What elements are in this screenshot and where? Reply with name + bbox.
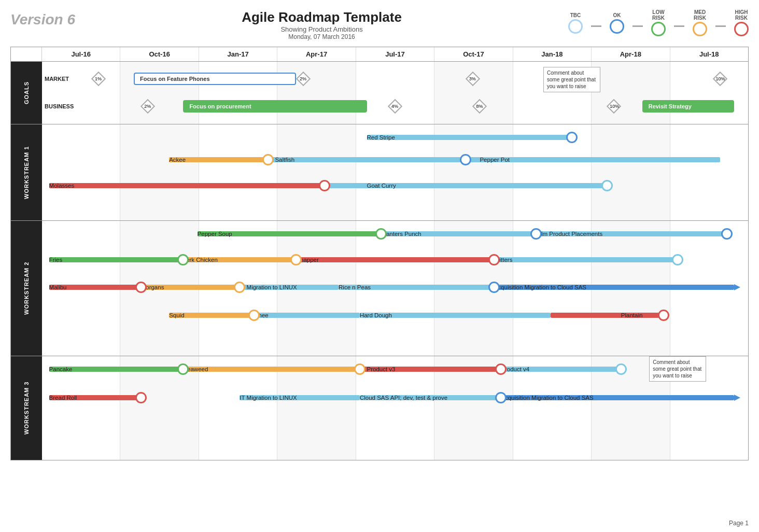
ws3-label: WORKSTREAM 3 xyxy=(11,356,42,460)
ms-jerk xyxy=(290,254,302,265)
ms-prodv3 xyxy=(495,363,507,375)
label-plantain: Plantain xyxy=(621,312,643,318)
ws2-row2: Fries Jerk Chicken Snapper Fritters xyxy=(42,249,748,270)
label-itlinux2: IT Migration to LINUX xyxy=(240,284,297,290)
col-jan17: Jan-17 xyxy=(199,47,277,61)
comment-box-market: Comment about some great point that you … xyxy=(543,67,600,92)
bar-snapper xyxy=(296,257,494,262)
goals-content: MARKET 1% Focus on Feature Phones 2% 3% … xyxy=(42,62,748,124)
ws2-label: WORKSTREAM 2 xyxy=(11,221,42,356)
label-pancake: Pancake xyxy=(49,366,73,372)
arrow-acquis2 xyxy=(734,284,740,290)
ms-cloudsas xyxy=(495,392,507,403)
ms-morgans xyxy=(234,282,245,293)
ws1-content: Red Stripe Ackee Saltfish Pepper Pot xyxy=(42,124,748,220)
label-breadroll: Bread Roll xyxy=(49,395,77,401)
ms-film xyxy=(721,228,733,240)
goal-bar-procurement: Focus on procurement xyxy=(183,100,367,113)
legend-high: HIGHRISK xyxy=(734,9,749,36)
bar-saltfish xyxy=(268,157,466,162)
ms-plantain xyxy=(658,310,669,321)
subtitle: Showing Product Ambitions xyxy=(75,25,568,33)
timeline-container: Jul-16 Oct-16 Jan-17 Apr-17 Jul-17 Oct-1… xyxy=(10,47,749,460)
goals-market-row: MARKET 1% Focus on Feature Phones 2% 3% … xyxy=(42,69,748,88)
title-area: Agile Roadmap Template Showing Product A… xyxy=(75,9,568,40)
ws2-section-row: WORKSTREAM 2 Pepper Soup xyxy=(11,221,748,356)
ws1-molasses-row: Molasses Goat Curry xyxy=(42,175,748,196)
col-apr18: Apr-18 xyxy=(592,47,670,61)
label-acquis2: Acquisition Migration to Cloud SAS xyxy=(494,284,586,290)
header: Version 6 Agile Roadmap Template Showing… xyxy=(10,5,749,43)
ms-fritters xyxy=(672,254,683,265)
label-peperpot: Pepper Pot xyxy=(480,157,510,163)
ms-peppersoup xyxy=(375,228,387,240)
ms-planters xyxy=(530,228,542,240)
legend-ok: OK xyxy=(610,12,624,34)
label-malibu: Malibu xyxy=(49,284,67,290)
ms-snapper xyxy=(488,254,500,265)
label-film: Film Product Placements xyxy=(536,231,602,237)
goals-section-row: GOALS MARKET xyxy=(11,62,748,124)
col-oct16: Oct-16 xyxy=(120,47,199,61)
ms-redstripe xyxy=(566,132,578,143)
ms-breadroll xyxy=(135,392,147,403)
label-ackee: Ackee xyxy=(169,157,186,163)
legend-low: LOWRISK xyxy=(651,9,666,36)
ws3-row1: Pancake Seaweed Product v3 Product v4 Co… xyxy=(42,359,748,380)
page-number: Page 1 xyxy=(729,520,749,527)
ws2-content: Pepper Soup Planters Punch Film Product … xyxy=(42,221,748,356)
label-acquis3: Acquisition Migration to Cloud SAS xyxy=(501,395,593,401)
bar-redstripe xyxy=(367,135,572,140)
bar-fritters xyxy=(494,257,678,262)
label-redstripe: Red Stripe xyxy=(367,134,395,141)
label-planters: Planters Punch xyxy=(381,231,421,237)
col-jul17: Jul-17 xyxy=(356,47,434,61)
label-prodv3: Product v3 xyxy=(367,366,396,372)
label-cloudsas: Cloud SAS API; dev, test & prove xyxy=(360,395,447,401)
goals-business-row: BUSINESS 2% Focus on procurement 4% 8% 1… xyxy=(42,97,748,116)
ws2-row4: Squid Ghee Hard Dough Plantain xyxy=(42,305,748,326)
ms-ricenpeas xyxy=(488,282,500,293)
ws1-redstripe-row: Red Stripe xyxy=(42,127,748,148)
col-jul18: Jul-18 xyxy=(670,47,748,61)
label-fries: Fries xyxy=(49,257,63,263)
bar-plantain xyxy=(551,313,664,318)
label-itlinux3: IT Migration to LINUX xyxy=(240,395,297,401)
label-squid: Squid xyxy=(169,312,184,318)
ws3-content: Pancake Seaweed Product v3 Product v4 Co… xyxy=(42,356,748,460)
goal-bar-feature-phones: Focus on Feature Phones xyxy=(134,73,296,85)
ws2-row1: Pepper Soup Planters Punch Film Product … xyxy=(42,223,748,244)
ws1-ackee-row: Ackee Saltfish Pepper Pot xyxy=(42,149,748,170)
col-apr17: Apr-17 xyxy=(277,47,356,61)
bar-fries xyxy=(49,257,184,262)
ws1-label: WORKSTREAM 1 xyxy=(11,124,42,220)
bar-seaweed xyxy=(183,367,360,372)
ms-prodv4 xyxy=(615,363,627,375)
date-line: Monday, 07 March 2016 xyxy=(75,33,568,40)
goals-label: GOALS xyxy=(11,62,42,124)
ms-peperpot xyxy=(460,154,471,165)
ms-pancake xyxy=(177,363,189,375)
label-saltfish: Saltfish xyxy=(275,157,294,163)
ms-seaweed xyxy=(354,363,366,375)
bar-molasses xyxy=(49,183,325,188)
label-peppersoup: Pepper Soup xyxy=(198,231,232,237)
col-oct17: Oct-17 xyxy=(434,47,513,61)
ms-fries xyxy=(177,254,189,265)
ws3-row2: Bread Roll IT Migration to LINUX Cloud S… xyxy=(42,387,748,408)
label-molasses: Molasses xyxy=(49,183,75,189)
ms-squid xyxy=(248,310,260,321)
arrow-acquis3 xyxy=(734,395,740,401)
timeline-header: Jul-16 Oct-16 Jan-17 Apr-17 Jul-17 Oct-1… xyxy=(11,47,748,62)
version-label: Version 6 xyxy=(10,9,75,28)
page: Version 6 Agile Roadmap Template Showing… xyxy=(0,0,759,532)
label-goatcurry: Goat Curry xyxy=(367,183,396,189)
ms-molasses xyxy=(319,180,330,191)
ws2-row3: Malibu Morgans IT Migration to LINUX Ric… xyxy=(42,277,748,298)
bar-ghee xyxy=(254,313,360,318)
ms-malibu xyxy=(135,282,147,293)
label-harddough: Hard Dough xyxy=(360,312,392,318)
comment-box-ws3: Comment about some great point that you … xyxy=(649,356,706,382)
goal-bar-revisit: Revisit Strategy xyxy=(642,100,734,113)
ws3-section-row: WORKSTREAM 3 Pancake xyxy=(11,356,748,460)
